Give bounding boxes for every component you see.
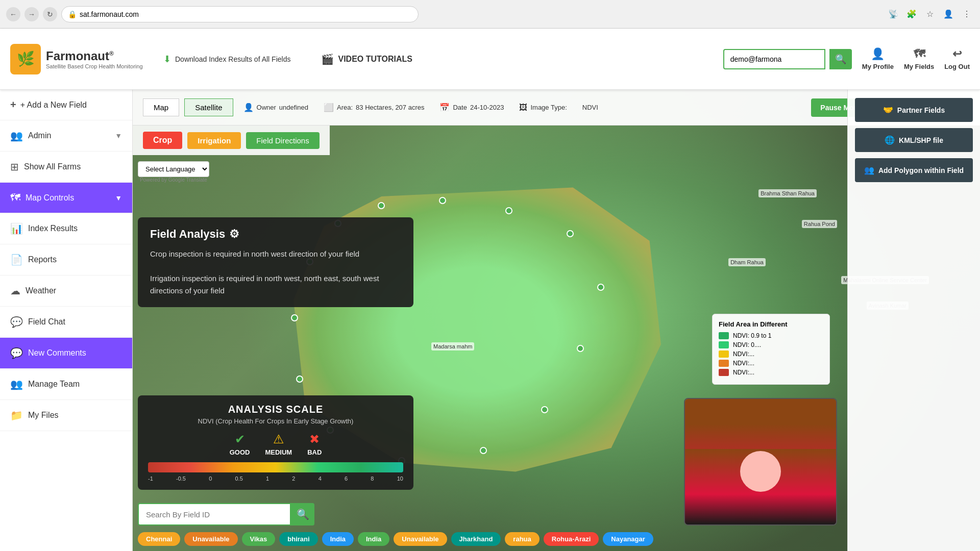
search-icon: 🔍 <box>835 54 846 65</box>
tag-jharkhand[interactable]: Jharkhand <box>451 532 501 546</box>
sidebar-item-show-all-farms[interactable]: ⊞ Show All Farms <box>0 152 132 183</box>
ndvi-label-3: NDVI:... <box>733 350 754 358</box>
ndvi-color-2 <box>719 341 729 348</box>
sidebar-item-new-comments[interactable]: 💬 New Comments <box>0 338 132 369</box>
good-icon: ✔ <box>235 432 245 446</box>
date-icon: 📅 <box>439 103 450 112</box>
video-person <box>685 399 836 524</box>
ndvi-label-1: NDVI: 0.9 to 1 <box>733 332 771 339</box>
sidebar-item-admin[interactable]: 👥 Admin ▼ <box>0 120 132 152</box>
tag-rohua-arazi[interactable]: Rohua-Arazi <box>544 532 599 546</box>
add-polygon-button[interactable]: 👥 Add Polygon within Field <box>855 158 973 182</box>
index-results-label: Index Results <box>28 224 78 233</box>
scale-numbers: -1-0.500.51246810 <box>148 475 403 482</box>
search-field-button[interactable]: 🔍 <box>291 503 314 525</box>
scale-bad: ✖ BAD <box>307 432 322 456</box>
show-all-farms-icon: ⊞ <box>10 161 19 173</box>
field-marker <box>577 345 584 352</box>
ndvi-label-4: NDVI:... <box>733 360 754 367</box>
field-analysis-title: Field Analysis ⚙ <box>150 228 401 241</box>
partner-fields-button[interactable]: 🤝 Partner Fields <box>855 98 973 122</box>
field-marker <box>378 202 385 209</box>
tag-india-2[interactable]: India <box>358 532 389 546</box>
my-files-label: My Files <box>28 411 59 420</box>
ndvi-color-5 <box>719 369 729 376</box>
field-marker <box>480 447 487 454</box>
sidebar-item-field-chat[interactable]: 💬 Field Chat <box>0 307 132 338</box>
bookmark-icon[interactable]: ☆ <box>923 7 937 21</box>
sidebar-item-weather[interactable]: ☁ Weather <box>0 276 132 307</box>
tag-unavailable-1[interactable]: Unavailable <box>184 532 237 546</box>
ndvi-color-4 <box>719 360 729 367</box>
nav-search-button[interactable]: 🔍 <box>829 49 852 69</box>
nav-actions: 👤 My Profile 🗺 My Fields ↩ Log Out <box>862 47 970 70</box>
sidebar-item-my-files[interactable]: 📁 My Files <box>0 400 132 431</box>
crop-button[interactable]: Crop <box>143 132 182 149</box>
good-label: GOOD <box>230 448 250 456</box>
owner-icon: 👤 <box>243 103 254 112</box>
weather-icon: ☁ <box>10 285 20 297</box>
tag-nayanagar[interactable]: Nayanagar <box>603 532 653 546</box>
back-button[interactable]: ← <box>6 7 20 21</box>
log-out-button[interactable]: ↩ Log Out <box>944 47 970 70</box>
address-bar[interactable]: 🔒 sat.farmonaut.com <box>61 6 419 22</box>
profile-icon[interactable]: 👤 <box>941 7 955 21</box>
ndvi-color-1 <box>719 332 729 339</box>
tag-india-1[interactable]: India <box>322 532 354 546</box>
crop-inspection-text: Crop inspection is required in north wes… <box>150 248 401 260</box>
date-info: 📅 Date 24-10-2023 <box>434 103 509 112</box>
scale-medium: ⚠ MEDIUM <box>265 432 292 456</box>
ndvi-row-1: NDVI: 0.9 to 1 <box>719 332 823 339</box>
sidebar-item-reports[interactable]: 📄 Reports <box>0 244 132 276</box>
map-tab-satellite[interactable]: Satellite <box>184 98 233 116</box>
tag-bhirani[interactable]: bhirani <box>279 532 317 546</box>
scale-bar <box>148 462 403 472</box>
extensions-icon[interactable]: 🧩 <box>904 7 919 21</box>
map-controls-label: Map Controls <box>26 193 74 203</box>
logout-nav-icon: ↩ <box>952 47 962 61</box>
tag-vikas[interactable]: Vikas <box>242 532 276 546</box>
add-new-field-button[interactable]: + + Add a New Field <box>0 90 132 120</box>
admin-icon: 👥 <box>10 130 23 142</box>
tag-chennai[interactable]: Chennai <box>138 532 180 546</box>
ndvi-label-5: NDVI:... <box>733 369 754 376</box>
new-comments-label: New Comments <box>28 348 86 358</box>
irrigation-button[interactable]: Irrigation <box>187 132 241 149</box>
ndvi-info: NDVI <box>577 104 603 111</box>
map-tab-map[interactable]: Map <box>143 98 179 116</box>
polygon-icon: 👥 <box>864 165 874 175</box>
area-icon: ⬜ <box>324 103 334 112</box>
app-tagline: Satellite Based Crop Health Monitoring <box>46 63 143 69</box>
sidebar-item-index-results[interactable]: 📊 Index Results <box>0 213 132 244</box>
search-field-input[interactable] <box>138 503 291 525</box>
video-tutorials-button[interactable]: 🎬 VIDEO TUTORIALS <box>311 48 423 70</box>
cast-icon[interactable]: 📡 <box>886 7 900 21</box>
show-all-farms-label: Show All Farms <box>24 162 81 171</box>
ndvi-label: NDVI <box>582 104 598 111</box>
sidebar-item-manage-team[interactable]: 👥 Manage Team <box>0 369 132 400</box>
ndvi-legend-widget: Field Area in Different NDVI: 0.9 to 1 N… <box>712 314 830 385</box>
sidebar-item-map-controls[interactable]: 🗺 Map Controls ▼ <box>0 183 132 213</box>
tag-rahua[interactable]: rahua <box>505 532 539 546</box>
field-directions-button[interactable]: Field Directions <box>246 132 319 149</box>
my-profile-button[interactable]: 👤 My Profile <box>862 47 894 70</box>
top-nav: 🌿 Farmonaut® Satellite Based Crop Health… <box>0 29 980 90</box>
ndvi-row-2: NDVI: 0.... <box>719 341 823 348</box>
menu-icon[interactable]: ⋮ <box>960 7 974 21</box>
ndvi-legend-title: Field Area in Different <box>719 320 823 328</box>
download-button[interactable]: ⬇ Download Index Results of All Fields <box>153 48 301 70</box>
field-marker <box>296 375 303 383</box>
nav-search-input[interactable] <box>723 49 825 69</box>
my-fields-button[interactable]: 🗺 My Fields <box>904 47 934 70</box>
reload-button[interactable]: ↻ <box>43 7 57 21</box>
field-marker <box>291 314 298 321</box>
forward-button[interactable]: → <box>24 7 39 21</box>
map-container[interactable]: Brahma Sthan Rahua Dham Rahua Rahua Pond… <box>133 90 980 551</box>
kml-shp-button[interactable]: 🌐 KML/SHP file <box>855 128 973 152</box>
language-select[interactable]: Select Language <box>138 161 209 177</box>
my-fields-label: My Fields <box>904 63 934 70</box>
tag-unavailable-2[interactable]: Unavailable <box>394 532 447 546</box>
sidebar: + + Add a New Field 👥 Admin ▼ ⊞ Show All… <box>0 90 133 551</box>
partner-fields-label: Partner Fields <box>897 106 945 114</box>
main-area: + + Add a New Field 👥 Admin ▼ ⊞ Show All… <box>0 90 980 551</box>
